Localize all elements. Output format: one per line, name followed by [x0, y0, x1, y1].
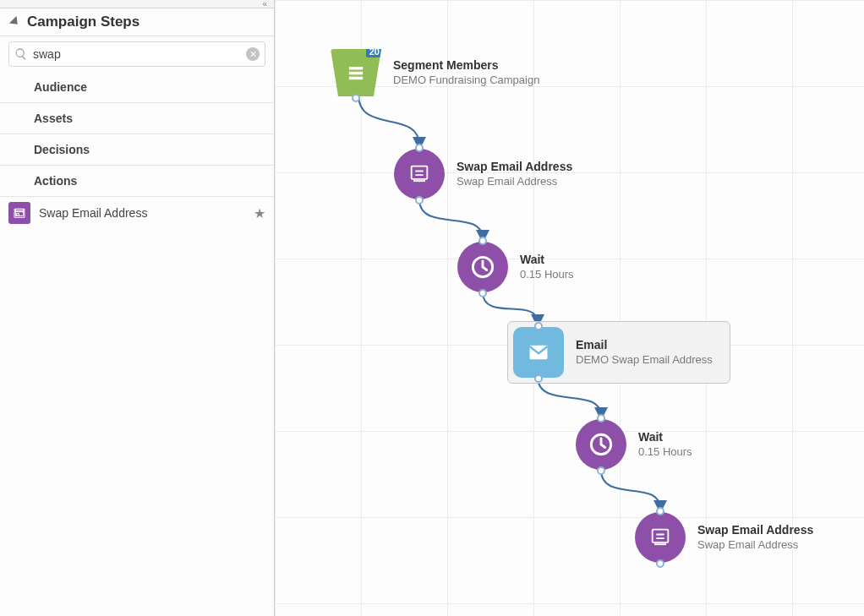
node-title: Wait	[520, 252, 574, 267]
node-title: Swap Email Address	[697, 522, 813, 537]
search-icon	[14, 47, 28, 61]
search-box: ✕	[8, 41, 265, 67]
search-input[interactable]	[28, 47, 246, 61]
svg-rect-2	[349, 77, 363, 80]
node-title: Swap Email Address	[457, 159, 572, 174]
segment-count-badge: 20	[366, 46, 383, 57]
campaign-canvas[interactable]: 20Segment MembersDEMO Fundraising Campai…	[275, 0, 864, 616]
node-title: Segment Members	[393, 57, 539, 73]
category-assets[interactable]: Assets	[0, 103, 274, 134]
canvas-node-swap[interactable]: Swap Email AddressSwap Email Address	[389, 144, 589, 204]
swap-icon	[394, 149, 445, 199]
connector	[601, 470, 660, 509]
swap-email-icon	[8, 202, 30, 224]
canvas-node-segment[interactable]: 20Segment MembersDEMO Fundraising Campai…	[325, 42, 556, 103]
panel-title: Campaign Steps	[27, 14, 139, 30]
step-item-swap-email[interactable]: Swap Email Address ★	[0, 197, 274, 229]
connector	[419, 199, 483, 238]
campaign-steps-panel: « Campaign Steps ✕ Audience Assets Decis…	[0, 0, 275, 616]
canvas-node-wait[interactable]: Wait0.15 Hours	[452, 237, 591, 297]
wait-icon	[457, 242, 508, 292]
clear-search-icon[interactable]: ✕	[246, 47, 260, 61]
segment-icon: 20	[331, 47, 381, 98]
node-subtitle: Swap Email Address	[457, 175, 572, 189]
node-subtitle: 0.15 Hours	[638, 445, 692, 460]
category-decisions[interactable]: Decisions	[0, 134, 274, 166]
node-subtitle: DEMO Swap Email Address	[576, 353, 713, 368]
canvas-node-swap[interactable]: Swap Email AddressSwap Email Address	[630, 507, 830, 568]
canvas-node-wait[interactable]: Wait0.15 Hours	[571, 414, 709, 475]
svg-rect-7	[653, 530, 669, 542]
node-subtitle: Swap Email Address	[697, 538, 813, 553]
panel-header[interactable]: Campaign Steps	[0, 8, 274, 36]
node-subtitle: 0.15 Hours	[520, 268, 574, 282]
collapse-triangle-icon	[9, 16, 21, 28]
collapse-panel-handle[interactable]: «	[0, 0, 274, 8]
svg-rect-1	[349, 72, 363, 75]
svg-rect-0	[349, 67, 363, 70]
category-actions[interactable]: Actions	[0, 166, 274, 197]
node-title: Wait	[638, 429, 692, 444]
node-subtitle: DEMO Fundraising Campaign	[393, 74, 539, 88]
category-audience[interactable]: Audience	[0, 72, 274, 103]
step-item-label: Swap Email Address	[39, 206, 147, 220]
node-title: Email	[576, 337, 713, 352]
wait-icon	[576, 419, 626, 470]
svg-rect-3	[412, 166, 428, 179]
favorite-star-icon[interactable]: ★	[254, 205, 265, 221]
swap-icon	[635, 512, 686, 563]
canvas-node-email[interactable]: EmailDEMO Swap Email Address	[507, 321, 730, 384]
email-icon	[513, 327, 564, 378]
